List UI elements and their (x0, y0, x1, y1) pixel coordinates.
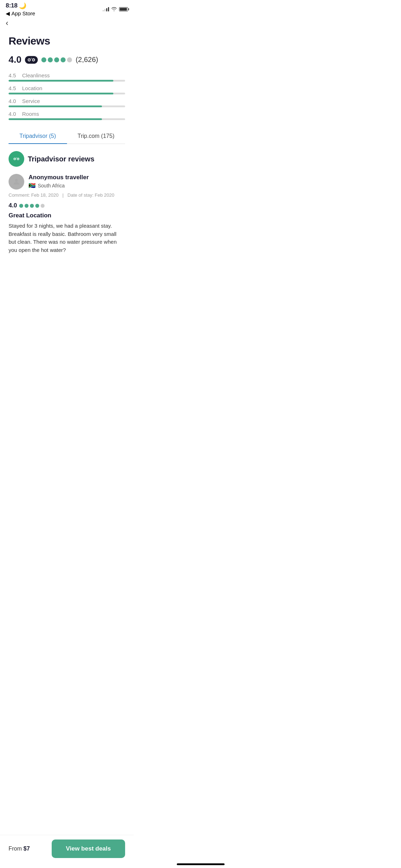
review-dot-3 (30, 204, 34, 208)
country-flag: 🇿🇦 (29, 182, 36, 189)
location-bar (9, 93, 125, 94)
nav-bar: ‹ (0, 16, 134, 32)
cleanliness-score: 4.5 (9, 72, 19, 78)
cleanliness-bar (9, 80, 125, 82)
wifi-icon (111, 6, 117, 12)
review-title: Great Location (9, 212, 125, 219)
service-label: Service (22, 98, 40, 104)
review-rating: 4.0 (9, 202, 125, 209)
comment-date: Comment: Feb 18, 2020 (9, 192, 58, 198)
service-bar (9, 105, 125, 107)
rating-row-rooms: 4.0 Rooms (9, 111, 125, 120)
rating-dots (41, 57, 72, 62)
service-score: 4.0 (9, 98, 19, 104)
appstore-nav[interactable]: ◀ App Store (6, 10, 35, 17)
rooms-bar (9, 118, 125, 120)
review-meta: Comment: Feb 18, 2020 | Date of stay: Fe… (9, 192, 125, 198)
location-label: Location (22, 85, 42, 91)
time-display: 8:18 (6, 2, 17, 9)
review-score: 4.0 (9, 202, 17, 209)
review-dot-2 (25, 204, 29, 208)
svg-point-12 (15, 159, 15, 159)
sub-ratings: 4.5 Cleanliness 4.5 Location 4.0 Service (9, 72, 125, 120)
tab-tripcom[interactable]: Trip.com (175) (67, 129, 125, 144)
rooms-score: 4.0 (9, 111, 19, 117)
tripadvisor-logo-circle (9, 151, 24, 167)
cleanliness-label: Cleanliness (22, 72, 50, 78)
review-dot-4 (35, 204, 39, 208)
tripadvisor-tab-label: Tripadvisor (5) (19, 133, 56, 139)
reviewer-details: Anonymous traveller 🇿🇦 South Africa (29, 174, 125, 189)
dot-3 (54, 57, 59, 62)
battery-icon (119, 7, 128, 11)
tripcom-tab-label: Trip.com (175) (78, 133, 114, 139)
svg-point-6 (34, 59, 34, 60)
svg-rect-7 (11, 156, 21, 162)
location-score: 4.5 (9, 85, 19, 91)
rooms-label: Rooms (22, 111, 39, 117)
appstore-label: App Store (11, 10, 35, 16)
review-text: Stayed for 3 nights, we had a pleasant s… (9, 222, 125, 254)
overall-rating: 4.0 (2,626) (9, 54, 125, 65)
back-button[interactable]: ‹ (6, 19, 8, 27)
overall-score: 4.0 (9, 54, 21, 65)
status-left: 8:18 🌙 ◀ App Store (6, 2, 35, 17)
tabs-container: Tripadvisor (5) Trip.com (175) (9, 129, 125, 144)
status-time: 8:18 🌙 (6, 2, 35, 10)
svg-point-5 (29, 59, 30, 60)
rating-row-cleanliness: 4.5 Cleanliness (9, 72, 125, 82)
review-count: (2,626) (76, 56, 98, 64)
ta-reviews-title: Tripadvisor reviews (28, 155, 94, 163)
svg-point-13 (18, 159, 18, 159)
reviewer-country: 🇿🇦 South Africa (29, 182, 125, 189)
reviewer-info: Anonymous traveller 🇿🇦 South Africa (9, 174, 125, 190)
status-right (103, 6, 128, 12)
reviews-section: Tripadvisor reviews Anonymous traveller … (0, 151, 134, 254)
dot-2 (48, 57, 53, 62)
avatar (9, 174, 24, 190)
page-title: Reviews (9, 35, 125, 47)
signal-icon (103, 7, 109, 11)
dot-4 (61, 57, 66, 62)
review-dot-5 (41, 204, 45, 208)
appstore-back-arrow: ◀ (6, 10, 10, 17)
stay-date: Date of stay: Feb 2020 (67, 192, 114, 198)
dot-1 (41, 57, 46, 62)
svg-point-14 (15, 179, 18, 182)
tripadvisor-logo (25, 56, 38, 64)
ta-reviews-header: Tripadvisor reviews (9, 151, 125, 167)
review-card: Anonymous traveller 🇿🇦 South Africa Comm… (9, 174, 125, 254)
status-bar: 8:18 🌙 ◀ App Store (0, 0, 134, 16)
review-dot-1 (19, 204, 23, 208)
rating-row-service: 4.0 Service (9, 98, 125, 107)
tab-tripadvisor[interactable]: Tripadvisor (5) (9, 129, 67, 144)
rating-row-location: 4.5 Location (9, 85, 125, 94)
country-name: South Africa (38, 183, 65, 188)
page-content: Reviews 4.0 (2,626) (0, 32, 134, 144)
dot-5 (67, 57, 72, 62)
reviewer-name: Anonymous traveller (29, 174, 125, 181)
moon-icon: 🌙 (19, 2, 26, 10)
svg-rect-0 (25, 56, 38, 64)
